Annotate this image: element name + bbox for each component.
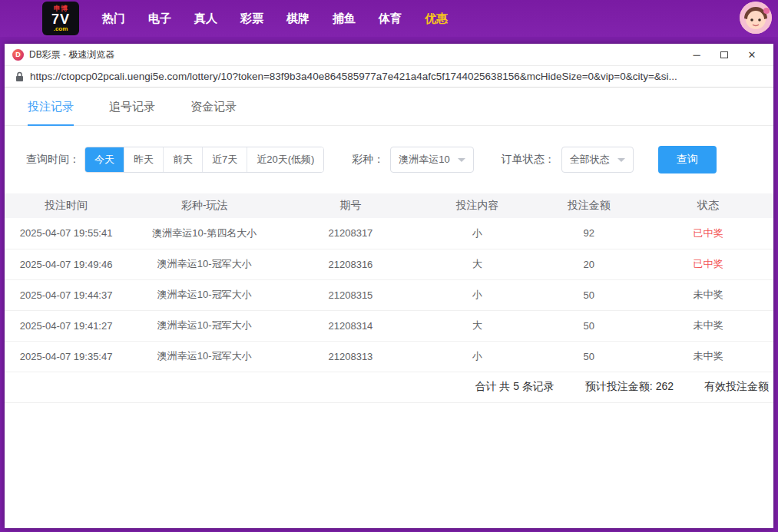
cell-status: 未中奖: [643, 341, 773, 372]
header-bet-content: 投注内容: [420, 193, 535, 218]
lottery-select-value: 澳洲幸运10: [399, 153, 449, 167]
site-logo[interactable]: 申博 7V .com: [42, 2, 79, 35]
cell-game-play: 澳洲幸运10-冠军大小: [127, 310, 281, 341]
logo-text-bottom: .com: [54, 26, 68, 32]
chevron-down-icon: [617, 158, 625, 162]
cell-game-play: 澳洲幸运10-冠军大小: [127, 249, 281, 279]
page-content: 投注记录 追号记录 资金记录 查询时间： 今天 昨天 前天 近7天 近20天(低…: [5, 88, 773, 528]
time-option-today[interactable]: 今天: [85, 147, 124, 172]
chevron-down-icon: [458, 158, 465, 162]
cell-status: 已中奖: [643, 218, 773, 249]
header-issue: 期号: [281, 193, 419, 218]
logo-text-main: 7V: [51, 12, 70, 26]
nav-item-live[interactable]: 真人: [194, 12, 217, 26]
cell-bet-content: 小: [420, 218, 535, 249]
nav-item-slots[interactable]: 电子: [148, 12, 171, 26]
summary-count: 合计 共 5 条记录: [475, 380, 554, 394]
browser-window: D DB彩票 - 极速浏览器 ─ ✕ https://ctopcp02pcali…: [5, 44, 773, 528]
avatar-image: [740, 2, 772, 34]
table-row: 2025-04-07 19:55:41 澳洲幸运10-第四名大小 2120831…: [5, 218, 773, 249]
cell-status: 已中奖: [643, 249, 773, 279]
lock-icon: [15, 71, 24, 82]
table-row: 2025-04-07 19:49:46 澳洲幸运10-冠军大小 21208316…: [5, 249, 773, 279]
cell-bet-content: 大: [420, 310, 535, 341]
cell-game-play: 澳洲幸运10-第四名大小: [127, 218, 281, 249]
tab-bet-records[interactable]: 投注记录: [28, 100, 74, 126]
table-row: 2025-04-07 19:41:27 澳洲幸运10-冠军大小 21208314…: [5, 310, 773, 341]
header-game-play: 彩种-玩法: [127, 193, 281, 218]
cell-game-play: 澳洲幸运10-冠军大小: [127, 341, 281, 372]
search-button[interactable]: 查询: [658, 146, 717, 173]
header-status: 状态: [643, 193, 773, 218]
cell-issue: 21208314: [281, 310, 419, 341]
header-bet-time: 投注时间: [5, 193, 127, 218]
summary-expected-amount: 预计投注金额: 262: [585, 380, 674, 394]
filter-bar: 查询时间： 今天 昨天 前天 近7天 近20天(低频) 彩种： 澳洲幸运10 订…: [26, 146, 773, 173]
header-bet-amount: 投注金额: [535, 193, 643, 218]
cell-bet-content: 小: [420, 279, 535, 310]
cell-bet-time: 2025-04-07 19:49:46: [5, 249, 127, 279]
address-bar[interactable]: https://ctopcp02pcali.uengi5e.com/lotter…: [5, 66, 773, 88]
site-navbar: 申博 7V .com 热门 电子 真人 彩票 棋牌 捕鱼 体育 优惠: [0, 0, 778, 37]
cell-bet-content: 小: [420, 341, 535, 372]
cell-issue: 21208316: [281, 249, 419, 279]
cell-bet-time: 2025-04-07 19:35:47: [5, 341, 127, 372]
cell-status: 未中奖: [643, 310, 773, 341]
app-icon: D: [12, 49, 24, 61]
cell-bet-amount: 92: [535, 218, 643, 249]
order-status-select[interactable]: 全部状态: [561, 147, 634, 173]
cell-issue: 21208313: [281, 341, 419, 372]
nav-item-fishing[interactable]: 捕鱼: [333, 12, 356, 26]
cell-bet-amount: 20: [535, 249, 643, 279]
status-filter-label: 订单状态：: [502, 153, 555, 167]
nav-item-promotions[interactable]: 优惠: [425, 12, 448, 26]
user-avatar[interactable]: [740, 2, 772, 34]
table-row: 2025-04-07 19:44:37 澳洲幸运10-冠军大小 21208315…: [5, 279, 773, 310]
cell-status: 未中奖: [643, 279, 773, 310]
time-option-day-before[interactable]: 前天: [164, 147, 203, 172]
lottery-filter-label: 彩种：: [352, 153, 384, 167]
address-url[interactable]: https://ctopcp02pcali.uengi5e.com/lotter…: [30, 71, 763, 82]
window-title: DB彩票 - 极速浏览器: [29, 48, 114, 61]
cell-bet-time: 2025-04-07 19:41:27: [5, 310, 127, 341]
minimize-button[interactable]: ─: [683, 45, 710, 64]
nav-item-cards[interactable]: 棋牌: [286, 12, 310, 26]
cell-issue: 21208317: [281, 218, 419, 249]
site-nav-menu: 热门 电子 真人 彩票 棋牌 捕鱼 体育 优惠: [102, 12, 448, 26]
tab-fund-records[interactable]: 资金记录: [190, 100, 237, 125]
cell-bet-time: 2025-04-07 19:44:37: [5, 279, 127, 310]
lottery-select[interactable]: 澳洲幸运10: [390, 147, 473, 173]
time-option-7days[interactable]: 近7天: [203, 147, 247, 172]
time-option-20days[interactable]: 近20天(低频): [247, 147, 323, 172]
cell-game-play: 澳洲幸运10-冠军大小: [127, 279, 281, 310]
nav-item-hot[interactable]: 热门: [102, 12, 125, 26]
table-row: 2025-04-07 19:35:47 澳洲幸运10-冠军大小 21208313…: [5, 341, 773, 372]
cell-bet-time: 2025-04-07 19:55:41: [5, 218, 127, 249]
nav-item-lottery[interactable]: 彩票: [240, 12, 263, 26]
maximize-icon: [720, 51, 728, 58]
window-controls: ─ ✕: [683, 45, 766, 64]
tab-chase-records[interactable]: 追号记录: [109, 100, 155, 125]
order-status-value: 全部状态: [570, 153, 610, 167]
time-range-segments: 今天 昨天 前天 近7天 近20天(低频): [84, 147, 324, 173]
cell-bet-amount: 50: [535, 341, 643, 372]
time-option-yesterday[interactable]: 昨天: [124, 147, 164, 172]
record-tabs: 投注记录 追号记录 资金记录: [5, 88, 773, 126]
close-button[interactable]: ✕: [738, 45, 766, 64]
table-header-row: 投注时间 彩种-玩法 期号 投注内容 投注金额 状态: [5, 193, 773, 218]
cell-bet-content: 大: [420, 249, 535, 279]
time-filter-label: 查询时间：: [26, 153, 80, 167]
cell-issue: 21208315: [281, 279, 419, 310]
window-titlebar: D DB彩票 - 极速浏览器 ─ ✕: [5, 44, 773, 66]
summary-bar: 合计 共 5 条记录 预计投注金额: 262 有效投注金额: [5, 372, 773, 403]
maximize-button[interactable]: [710, 45, 738, 64]
bet-records-table: 投注时间 彩种-玩法 期号 投注内容 投注金额 状态 2025-04-07 19…: [5, 193, 773, 372]
nav-item-sports[interactable]: 体育: [379, 12, 402, 26]
cell-bet-amount: 50: [535, 310, 643, 341]
summary-valid-amount: 有效投注金额: [704, 380, 769, 394]
cell-bet-amount: 50: [535, 279, 643, 310]
